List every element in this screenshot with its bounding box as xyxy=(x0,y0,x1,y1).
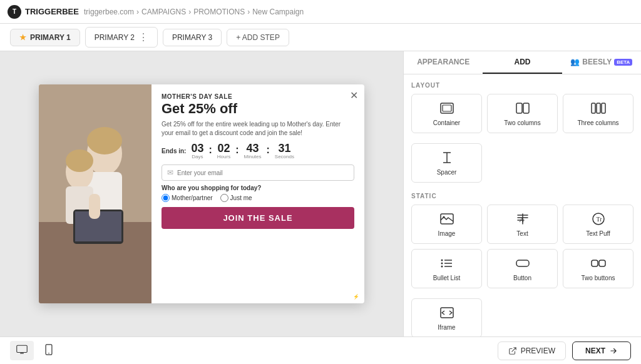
email-row: ✉ xyxy=(162,164,354,181)
next-button[interactable]: NEXT xyxy=(572,341,631,360)
tab-beesly[interactable]: 👥 BEESLY BETA xyxy=(562,51,641,74)
sidebar-content: LAYOUT Container Two columns xyxy=(404,74,641,336)
spacer-icon xyxy=(439,150,454,165)
layout-item-container[interactable]: Container xyxy=(411,94,482,133)
breadcrumb-promotions: PROMOTIONS xyxy=(193,8,245,16)
timer-seconds: 31 Seconds xyxy=(275,143,294,159)
layout-item-spacer[interactable]: Spacer xyxy=(411,143,482,183)
layout-spacer-label: Spacer xyxy=(437,169,457,176)
static-bullet-list-label: Bullet List xyxy=(433,275,460,281)
timer-minutes-label: Minutes xyxy=(244,154,261,159)
static-item-two-buttons[interactable]: Two buttons xyxy=(563,249,633,288)
static-item-button[interactable]: Button xyxy=(487,249,558,288)
iframe-icon xyxy=(439,305,454,320)
popup-description: Get 25% off for the entire week leading … xyxy=(162,120,354,138)
timer-sep2: : xyxy=(235,144,238,156)
breadcrumb-sep3: › xyxy=(247,8,250,16)
svg-rect-15 xyxy=(516,103,522,113)
svg-rect-36 xyxy=(599,260,605,266)
layout-three-columns-label: Three columns xyxy=(577,119,618,126)
mobile-device-button[interactable] xyxy=(39,340,59,361)
svg-rect-16 xyxy=(523,103,529,113)
main-area: ✕ MOTHER'S DAY SALE Get 25% off Get 25% … xyxy=(0,51,641,336)
logo-text: TRIGGERBEE xyxy=(25,7,79,16)
static-item-image[interactable]: Image xyxy=(411,205,482,244)
join-button[interactable]: JOIN THE SALE xyxy=(162,207,354,229)
step-primary3-label: PRIMARY 3 xyxy=(172,33,212,42)
layout-section-label: LAYOUT xyxy=(411,82,633,89)
popup-content: ✕ MOTHER'S DAY SALE Get 25% off Get 25% … xyxy=(151,84,364,303)
svg-rect-38 xyxy=(17,345,28,352)
popup-title: Get 25% off xyxy=(162,101,354,116)
breadcrumb-site: triggerbee.com xyxy=(84,8,134,16)
step-primary3[interactable]: PRIMARY 3 xyxy=(163,29,222,46)
timer-sep1: : xyxy=(208,144,212,156)
static-grid: Image A Text Tr Text Puff xyxy=(411,205,633,288)
timer-minutes: 43 Minutes xyxy=(244,143,261,159)
mobile-icon xyxy=(45,344,53,355)
add-step-label: + ADD STEP xyxy=(236,33,280,42)
svg-point-6 xyxy=(87,127,122,154)
logo-icon: T xyxy=(8,5,21,19)
more-icon: ⋮ xyxy=(138,31,148,43)
popup-subtitle: MOTHER'S DAY SALE xyxy=(162,93,354,100)
radio-mother[interactable]: Mother/partner xyxy=(162,194,213,202)
arrow-right-icon xyxy=(609,346,618,355)
timer-days-value: 03 xyxy=(191,143,203,154)
email-icon: ✉ xyxy=(167,168,173,177)
timer-sep3: : xyxy=(267,144,270,156)
radio-mother-input[interactable] xyxy=(162,194,170,202)
svg-rect-18 xyxy=(597,103,600,113)
svg-text:A: A xyxy=(519,216,524,223)
radio-just-me[interactable]: Just me xyxy=(220,194,252,202)
layout-item-two-columns[interactable]: Two columns xyxy=(487,94,558,133)
timer-minutes-value: 43 xyxy=(246,143,259,154)
svg-point-32 xyxy=(441,266,443,268)
add-step-button[interactable]: + ADD STEP xyxy=(227,29,289,46)
sidebar-tabs: APPEARANCE ADD 👥 BEESLY BETA xyxy=(404,51,641,74)
bullet-list-icon xyxy=(439,256,454,271)
logo: T TRIGGERBEE xyxy=(8,5,79,19)
three-columns-icon xyxy=(591,101,606,116)
timer-hours: 02 Hours xyxy=(217,143,230,159)
desktop-device-button[interactable] xyxy=(10,341,34,360)
preview-button[interactable]: PREVIEW xyxy=(498,341,566,360)
text-icon: A xyxy=(515,211,530,226)
radio-options: Mother/partner Just me xyxy=(162,194,354,202)
timer-row: Ends in: 03 Days : 02 Hours : 43 Minutes xyxy=(162,143,354,159)
timer-hours-value: 02 xyxy=(217,143,230,154)
two-columns-icon xyxy=(515,101,530,116)
radio-just-me-input[interactable] xyxy=(220,194,228,202)
external-link-icon xyxy=(508,346,517,355)
timer-seconds-label: Seconds xyxy=(275,154,294,159)
svg-point-30 xyxy=(441,263,443,265)
svg-point-28 xyxy=(441,260,443,261)
tab-appearance[interactable]: APPEARANCE xyxy=(404,51,483,74)
layout-container-label: Container xyxy=(433,119,460,126)
tab-add[interactable]: ADD xyxy=(483,51,562,74)
popup-close-button[interactable]: ✕ xyxy=(350,89,358,101)
button-icon xyxy=(515,256,530,271)
radio-mother-label: Mother/partner xyxy=(172,195,213,201)
static-text-label: Text xyxy=(516,230,528,237)
radio-question: Who are you shopping for today? xyxy=(162,185,354,191)
static-item-iframe[interactable]: Iframe xyxy=(411,298,482,336)
sidebar: APPEARANCE ADD 👥 BEESLY BETA LAYOUT xyxy=(403,51,641,336)
layout-two-columns-label: Two columns xyxy=(504,119,540,126)
static-item-text[interactable]: A Text xyxy=(487,205,558,244)
popup-watermark: ⚡ xyxy=(353,294,359,300)
step-primary2[interactable]: PRIMARY 2 ⋮ xyxy=(85,27,158,48)
step-primary1[interactable]: ★ PRIMARY 1 xyxy=(10,29,80,46)
top-nav: T TRIGGERBEE triggerbee.com › CAMPAIGNS … xyxy=(0,0,641,24)
svg-rect-14 xyxy=(443,105,451,111)
svg-rect-35 xyxy=(592,260,598,266)
static-two-buttons-label: Two buttons xyxy=(582,275,615,281)
bottom-bar: PREVIEW NEXT xyxy=(0,336,641,364)
static-item-bullet-list[interactable]: Bullet List xyxy=(411,249,482,288)
breadcrumb-campaigns: CAMPAIGNS xyxy=(141,8,186,16)
svg-text:Tr: Tr xyxy=(596,216,602,223)
layout-item-three-columns[interactable]: Three columns xyxy=(563,94,633,133)
email-input[interactable] xyxy=(177,169,349,176)
static-item-text-puff[interactable]: Tr Text Puff xyxy=(563,205,633,244)
static-image-label: Image xyxy=(438,230,456,237)
